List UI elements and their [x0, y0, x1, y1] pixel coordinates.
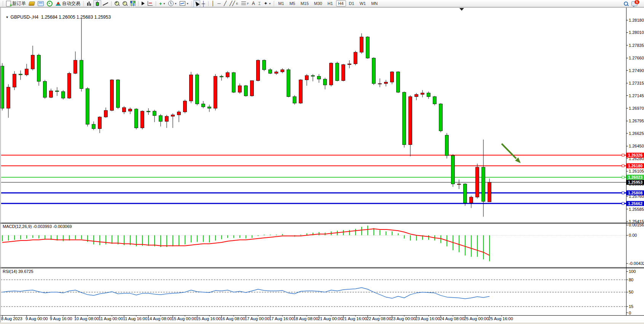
candle-body [220, 76, 223, 77]
toolbar-separator [208, 1, 209, 6]
candle-body [13, 74, 16, 87]
candle-body [104, 111, 108, 117]
autotrade-button[interactable]: 自动交易 [54, 0, 82, 7]
rsi-axis-label: 100 [629, 269, 636, 274]
chart-shift-button[interactable] [146, 0, 154, 7]
line-chart-icon [103, 1, 108, 6]
candle-body [214, 76, 217, 108]
candle-body [110, 80, 114, 111]
chart-shift-marker[interactable] [459, 8, 464, 11]
line-handle[interactable] [622, 176, 624, 178]
new-order-icon [6, 1, 11, 6]
candle-body [68, 73, 71, 98]
rsi-axis-label: 50 [629, 290, 633, 294]
channel-button[interactable]: ╱╱E [228, 0, 240, 7]
zoom-in-button[interactable]: + [113, 0, 121, 7]
date-label: 8 Aug 2023 [1, 316, 22, 321]
candle-body [342, 64, 345, 80]
bar-chart-button[interactable] [85, 0, 93, 7]
chevron-down-icon: ▾ [164, 2, 165, 5]
text-button[interactable]: A [250, 0, 257, 7]
tile-windows-button[interactable] [129, 0, 137, 7]
toolbar-grip[interactable] [191, 1, 192, 6]
candle-body [183, 101, 187, 112]
window-left-border [0, 7, 0, 324]
cursor-icon [194, 0, 199, 6]
candle-body [19, 74, 22, 75]
date-label: 11 Aug 00:00 [99, 316, 123, 321]
toolbar-grip[interactable] [273, 1, 274, 6]
line-handle[interactable] [622, 165, 624, 167]
timeframe-H1[interactable]: H1 [325, 0, 335, 6]
date-label: 9 Aug 16:00 [50, 316, 72, 321]
timeframe-M15[interactable]: M15 [298, 0, 311, 6]
timeframe-D1[interactable]: D1 [347, 0, 357, 6]
candle-body [397, 72, 400, 92]
timeframe-H4[interactable]: H4 [336, 0, 346, 6]
data-window-button[interactable] [36, 0, 45, 7]
date-label: 21 Aug 16:00 [342, 316, 367, 321]
candle-body [451, 156, 455, 184]
candle-body [372, 58, 376, 83]
candle-body [37, 55, 41, 82]
auto-scroll-button[interactable] [140, 0, 146, 7]
timeframe-M5[interactable]: M5 [287, 0, 297, 6]
candle-body [257, 60, 260, 80]
toolbar-grip[interactable] [2, 1, 3, 6]
navigator-button[interactable] [45, 0, 54, 7]
periods-button[interactable]: ▾ [167, 0, 178, 7]
candle-body [263, 60, 266, 70]
arrows-button[interactable]: ✦▾ [262, 0, 272, 7]
new-order-label: 新订单 [12, 0, 26, 7]
toolbar-separator [156, 1, 156, 6]
candle-body [378, 83, 382, 84]
line-handle[interactable] [622, 192, 624, 194]
candle-body [427, 93, 430, 97]
zoom-out-button[interactable]: − [121, 0, 129, 7]
chart-plot-area[interactable]: 1.281801.280101.278351.276601.274901.273… [0, 7, 644, 324]
line-chart-button[interactable] [101, 0, 110, 7]
arrow-annotation-shaft[interactable] [502, 144, 516, 159]
fibonacci-button[interactable]: F [240, 0, 250, 7]
candle-body [147, 111, 150, 112]
vertical-line-button[interactable]: │ [210, 0, 216, 7]
candle-body [171, 115, 175, 116]
candle-body [49, 91, 53, 97]
fibonacci-icon [241, 2, 246, 5]
candle-body [269, 70, 272, 74]
toolbar-grip[interactable] [83, 1, 84, 6]
candle-body [116, 80, 120, 108]
price-tick-label: 1.26970 [629, 106, 644, 111]
templates-button[interactable]: ▾ [178, 0, 190, 7]
trendline-button[interactable]: ╱ [222, 0, 228, 7]
timeframe-M1[interactable]: M1 [276, 0, 286, 6]
candle-body [348, 64, 351, 65]
candle-body [439, 104, 443, 131]
date-label: 16 Aug 08:00 [220, 316, 245, 321]
text-label-button[interactable]: ⌶ [257, 0, 262, 7]
search-button[interactable] [622, 0, 630, 7]
horizontal-line-button[interactable]: ─ [216, 0, 222, 7]
cursor-button[interactable] [193, 0, 200, 7]
candle-body [129, 109, 132, 111]
candle-body [293, 97, 296, 103]
timeframe-W1[interactable]: W1 [357, 0, 368, 6]
zoom-out-icon: − [123, 1, 128, 6]
crosshair-button[interactable]: ┼ [200, 0, 207, 7]
candle-body [244, 86, 248, 96]
timeframe-M30[interactable]: M30 [312, 0, 324, 6]
new-order-button[interactable]: 新订单 [5, 0, 27, 7]
timeframe-toolbar: M1M5M15M30H1H4D1W1MN [276, 1, 380, 6]
notifications-button[interactable]: 1 [630, 0, 639, 7]
price-tick-label: 1.26450 [629, 144, 644, 148]
price-tick-label: 1.27660 [629, 56, 644, 60]
line-handle[interactable] [622, 154, 624, 156]
market-watch-button[interactable] [27, 0, 36, 7]
indicators-button[interactable]: +▾ [158, 0, 167, 7]
candlestick-chart-button[interactable] [93, 0, 101, 7]
candle-body [165, 116, 169, 121]
line-handle[interactable] [622, 202, 624, 205]
candle-body [287, 70, 290, 97]
chevron-down-icon: ▾ [187, 2, 188, 5]
timeframe-MN[interactable]: MN [369, 0, 380, 6]
